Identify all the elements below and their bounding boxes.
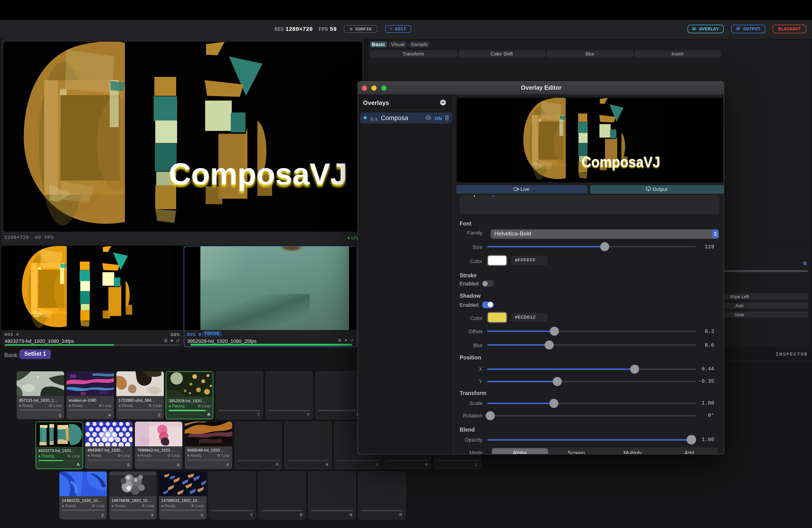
svg-text:ComposaVJ: ComposaVJ [581, 153, 660, 170]
svg-text:ComposaVJ: ComposaVJ [169, 157, 347, 191]
